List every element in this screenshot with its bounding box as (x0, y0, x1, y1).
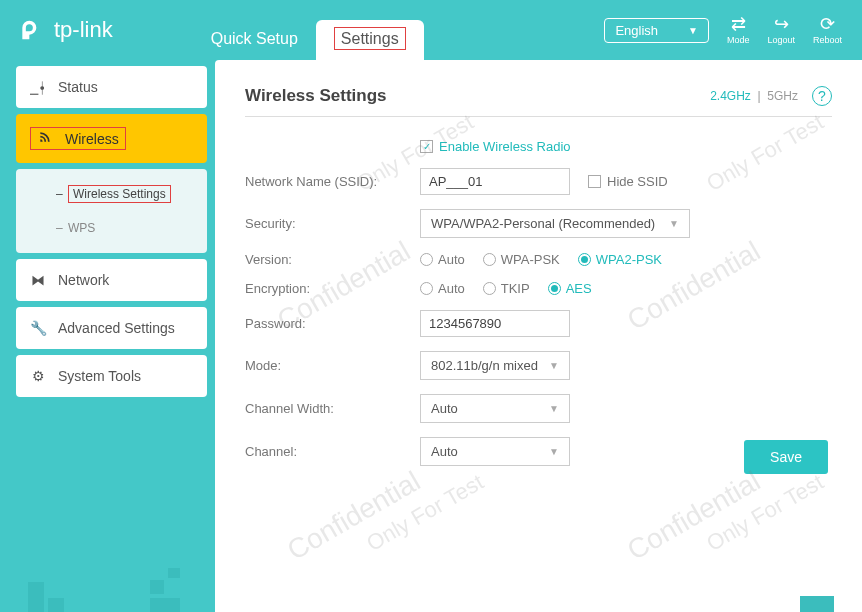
decoration (800, 596, 834, 612)
logout-label: Logout (767, 35, 795, 45)
mode-value: 802.11b/g/n mixed (431, 358, 538, 373)
reboot-icon: ⟳ (813, 15, 842, 33)
sidebar-item-wireless[interactable]: Wireless (16, 114, 207, 163)
sidebar-item-label: Wireless (65, 131, 119, 147)
advanced-icon: 🔧 (30, 320, 46, 336)
enc-auto-radio[interactable]: Auto (420, 281, 465, 296)
sidebar-item-advanced[interactable]: 🔧 Advanced Settings (16, 307, 207, 349)
chevron-down-icon: ▼ (669, 218, 679, 229)
channel-select[interactable]: Auto ▼ (420, 437, 570, 466)
enable-wireless-checkbox[interactable]: ✓ (420, 140, 433, 153)
divider (245, 116, 832, 117)
sidebar-item-label: Status (58, 79, 98, 95)
radio-label: TKIP (501, 281, 530, 296)
channel-label: Channel: (245, 444, 420, 459)
hide-ssid-label: Hide SSID (607, 174, 668, 189)
band-5[interactable]: 5GHz (767, 89, 798, 103)
band-switch[interactable]: 2.4GHz | 5GHz (710, 89, 798, 103)
mode-select[interactable]: 802.11b/g/n mixed ▼ (420, 351, 570, 380)
sidebar-sub-wps[interactable]: WPS (16, 211, 207, 245)
decoration (168, 568, 180, 578)
logout-button[interactable]: ↪ Logout (767, 15, 795, 45)
enable-wireless-label: Enable Wireless Radio (439, 139, 571, 154)
decoration (28, 582, 44, 612)
band-24[interactable]: 2.4GHz (710, 89, 751, 103)
security-value: WPA/WPA2-Personal (Recommended) (431, 216, 655, 231)
version-label: Version: (245, 252, 420, 267)
chwidth-select[interactable]: Auto ▼ (420, 394, 570, 423)
ssid-label: Network Name (SSID): (245, 174, 420, 189)
page-title: Wireless Settings (245, 86, 387, 106)
chwidth-value: Auto (431, 401, 458, 416)
mode-button[interactable]: ⇄ Mode (727, 15, 750, 45)
chwidth-label: Channel Width: (245, 401, 420, 416)
decoration (48, 598, 64, 612)
language-selector[interactable]: English ▼ (604, 18, 709, 43)
chevron-down-icon: ▼ (549, 360, 559, 371)
hide-ssid-checkbox[interactable] (588, 175, 601, 188)
radio-label: WPA2-PSK (596, 252, 662, 267)
brand-logo: tp-link (20, 16, 113, 44)
security-select[interactable]: WPA/WPA2-Personal (Recommended) ▼ (420, 209, 690, 238)
mode-icon: ⇄ (727, 15, 750, 33)
reboot-button[interactable]: ⟳ Reboot (813, 15, 842, 45)
save-button[interactable]: Save (744, 440, 828, 474)
version-wpa2-radio[interactable]: WPA2-PSK (578, 252, 662, 267)
reboot-label: Reboot (813, 35, 842, 45)
sidebar-item-status[interactable]: ⎯⍿ Status (16, 66, 207, 108)
tab-quick-setup[interactable]: Quick Setup (193, 20, 316, 60)
radio-label: Auto (438, 281, 465, 296)
brand-text: tp-link (54, 17, 113, 43)
enc-aes-radio[interactable]: AES (548, 281, 592, 296)
decoration (150, 580, 164, 594)
sidebar-item-label: System Tools (58, 368, 141, 384)
password-input[interactable] (420, 310, 570, 337)
chevron-down-icon: ▼ (688, 25, 698, 36)
sidebar-item-label: Network (58, 272, 109, 288)
decoration (150, 598, 180, 612)
version-auto-radio[interactable]: Auto (420, 252, 465, 267)
encryption-label: Encryption: (245, 281, 420, 296)
help-icon[interactable]: ? (812, 86, 832, 106)
ssid-input[interactable] (420, 168, 570, 195)
chevron-down-icon: ▼ (549, 446, 559, 457)
chevron-down-icon: ▼ (549, 403, 559, 414)
sidebar-sub-wireless-settings[interactable]: Wireless Settings (16, 177, 207, 211)
sidebar-item-system[interactable]: ⚙ System Tools (16, 355, 207, 397)
mode-label: Mode (727, 35, 750, 45)
radio-label: WPA-PSK (501, 252, 560, 267)
network-icon: ⧓ (30, 272, 46, 288)
sidebar-item-network[interactable]: ⧓ Network (16, 259, 207, 301)
system-icon: ⚙ (30, 368, 46, 384)
version-wpa-radio[interactable]: WPA-PSK (483, 252, 560, 267)
radio-label: Auto (438, 252, 465, 267)
password-label: Password: (245, 316, 420, 331)
tab-settings-label: Settings (334, 27, 406, 50)
channel-value: Auto (431, 444, 458, 459)
wireless-icon (37, 130, 53, 147)
enc-tkip-radio[interactable]: TKIP (483, 281, 530, 296)
sidebar-item-label: Advanced Settings (58, 320, 175, 336)
security-label: Security: (245, 216, 420, 231)
mode-label: Mode: (245, 358, 420, 373)
tab-settings[interactable]: Settings (316, 20, 424, 60)
radio-label: AES (566, 281, 592, 296)
logout-icon: ↪ (767, 15, 795, 33)
status-icon: ⎯⍿ (30, 79, 46, 95)
tplink-icon (20, 16, 48, 44)
language-label: English (615, 23, 658, 38)
sidebar-sub-label: Wireless Settings (68, 185, 171, 203)
